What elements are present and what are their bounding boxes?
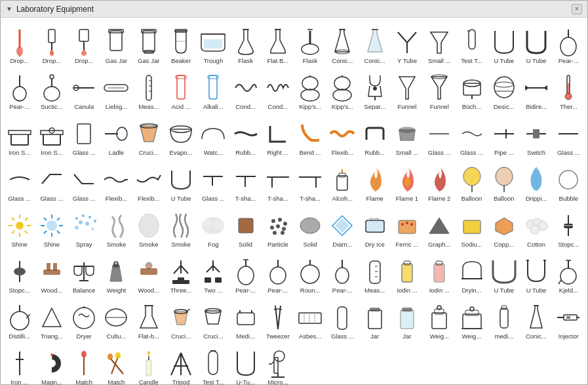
equipment-item-drying[interactable]: Dryin... [456, 250, 488, 296]
equipment-item-conic2[interactable]: Conic... [520, 296, 552, 342]
equipment-item-glassrod4[interactable]: Glass ... [68, 158, 100, 204]
equipment-item-flame1[interactable]: Flame [359, 158, 391, 204]
equipment-item-iodin1[interactable]: Iodin ... [391, 250, 423, 296]
equipment-item-flexib2[interactable]: Flexib... [100, 158, 132, 204]
equipment-item-kipps1[interactable]: Kipp's... [294, 66, 326, 112]
equipment-item-fog[interactable]: Fog [197, 204, 229, 250]
equipment-item-utube5[interactable]: U Tube [520, 250, 552, 296]
equipment-item-glasss[interactable]: Glass ... [326, 296, 359, 342]
equipment-item-flame3[interactable]: Flame 2 [423, 158, 456, 204]
equipment-item-balance[interactable]: Balance [68, 250, 100, 296]
equipment-item-stopcock1[interactable]: Stopc... [553, 204, 585, 250]
equipment-item-pipe[interactable]: Pipe ... [488, 112, 520, 158]
equipment-item-stopcock2[interactable]: Stopc... [3, 250, 35, 296]
equipment-item-acid[interactable]: Acid ... [165, 66, 197, 112]
equipment-item-alcohol[interactable]: Alcoh... [326, 158, 359, 204]
equipment-item-wood2[interactable]: Wood... [132, 250, 165, 296]
equipment-item-desiccator[interactable]: Desic... [488, 66, 520, 112]
equipment-item-tweezer[interactable]: Tweezer [262, 296, 294, 342]
equipment-item-ytube[interactable]: Y Tube [391, 20, 423, 66]
equipment-item-shine2[interactable]: Shine [35, 204, 68, 250]
equipment-item-balloon1[interactable]: Balloon [456, 158, 488, 204]
equipment-item-spray[interactable]: Spray [68, 204, 100, 250]
equipment-item-cotton[interactable]: Cotton [520, 204, 552, 250]
equipment-item-flexib3[interactable]: Flexib... [132, 158, 165, 204]
close-button[interactable]: × [572, 4, 582, 14]
equipment-item-match2[interactable]: Match [100, 342, 132, 384]
equipment-item-weig1[interactable]: Weig... [423, 296, 456, 342]
equipment-item-three[interactable]: Three... [165, 250, 197, 296]
equipment-item-rightangle[interactable]: Right ... [262, 112, 294, 158]
equipment-item-utube4[interactable]: U Tube [488, 250, 520, 296]
equipment-item-copper[interactable]: Copp... [488, 204, 520, 250]
equipment-item-dripping[interactable]: Drippi... [520, 158, 552, 204]
equipment-item-buchner[interactable]: Büch... [456, 66, 488, 112]
equipment-item-trough[interactable]: Trough [197, 20, 229, 66]
collapse-arrow[interactable]: ▼ [6, 5, 12, 12]
equipment-item-tshape1[interactable]: T-sha... [229, 158, 262, 204]
equipment-item-rubber2[interactable]: Rubb... [359, 112, 391, 158]
equipment-item-watchglass[interactable]: Watc... [197, 112, 229, 158]
equipment-item-glassrod2[interactable]: Glass ... [3, 158, 35, 204]
equipment-item-match1[interactable]: Match [68, 342, 100, 384]
equipment-item-weight[interactable]: Weight [100, 250, 132, 296]
equipment-item-medi2[interactable]: medi... [488, 296, 520, 342]
equipment-item-glass2[interactable]: Glass ... [423, 112, 456, 158]
equipment-item-funnel1[interactable]: Funnel [391, 66, 423, 112]
equipment-item-kipps2[interactable]: Kipp's... [326, 66, 359, 112]
equipment-item-switch[interactable]: Switch [520, 112, 552, 158]
equipment-item-asbestos[interactable]: Asbes... [294, 296, 326, 342]
equipment-item-two[interactable]: Two ... [197, 250, 229, 296]
equipment-item-beaker[interactable]: Beaker [165, 20, 197, 66]
equipment-item-meas2[interactable]: Meas... [359, 250, 391, 296]
equipment-item-glassrod3[interactable]: Glass ... [35, 158, 68, 204]
equipment-item-smoke2[interactable]: Smoke [132, 204, 165, 250]
equipment-item-pear1[interactable]: Pear-... [553, 20, 585, 66]
equipment-item-tshape2[interactable]: T-sha... [262, 158, 294, 204]
equipment-item-dryice[interactable]: Dry Ice [359, 204, 391, 250]
equipment-item-pear5[interactable]: Pear-... [326, 250, 359, 296]
equipment-item-glass1[interactable]: Glass ... [68, 112, 100, 158]
equipment-item-bidirectional[interactable]: Bidire... [520, 66, 552, 112]
equipment-item-smoke1[interactable]: Smoke [100, 204, 132, 250]
equipment-item-culture[interactable]: Cultu... [100, 296, 132, 342]
equipment-item-utube3[interactable]: U Tube [165, 158, 197, 204]
equipment-item-diamond[interactable]: Diam... [326, 204, 359, 250]
equipment-item-wood1[interactable]: Wood... [35, 250, 68, 296]
equipment-item-jar2[interactable]: Jar [391, 296, 423, 342]
equipment-item-ferric[interactable]: Ferric ... [391, 204, 423, 250]
equipment-item-glasst[interactable]: Glass ... [197, 158, 229, 204]
equipment-item-round[interactable]: Roun... [294, 250, 326, 296]
equipment-item-testtube[interactable]: Test T... [456, 20, 488, 66]
equipment-item-smallfunnel[interactable]: Small ... [423, 20, 456, 66]
equipment-item-cruci3[interactable]: Cruci... [197, 296, 229, 342]
equipment-item-gasjar2[interactable]: Gas Jar [132, 20, 165, 66]
equipment-item-iodin2[interactable]: Iodin ... [423, 250, 456, 296]
equipment-item-conical1[interactable]: Conic... [326, 20, 359, 66]
equipment-item-dropper3[interactable]: Drop... [68, 20, 100, 66]
equipment-item-flame2[interactable]: Flame 1 [391, 158, 423, 204]
equipment-item-measuring[interactable]: Meas... [132, 66, 165, 112]
equipment-item-dryer[interactable]: Dryer [68, 296, 100, 342]
equipment-item-evaporating[interactable]: Evapo... [165, 112, 197, 158]
equipment-item-tripod[interactable]: Tripod [165, 342, 197, 384]
equipment-item-dropper2[interactable]: Drop... [35, 20, 68, 66]
equipment-item-bubble[interactable]: Bubble [553, 158, 585, 204]
equipment-item-kjeld[interactable]: Kjeld... [553, 250, 585, 296]
equipment-item-solid2[interactable]: Solid [294, 204, 326, 250]
equipment-item-irons2[interactable]: Iron S... [35, 112, 68, 158]
equipment-item-flexib1[interactable]: Flexib... [326, 112, 359, 158]
equipment-item-crucible[interactable]: Cruci... [132, 112, 165, 158]
equipment-item-flask1[interactable]: Flask [229, 20, 262, 66]
equipment-item-canula[interactable]: Canula [68, 66, 100, 112]
equipment-item-particle[interactable]: Particle [262, 204, 294, 250]
equipment-item-separating[interactable]: Separ... [359, 66, 391, 112]
equipment-item-smoke3[interactable]: Smoke [165, 204, 197, 250]
equipment-item-ladle[interactable]: Ladle [100, 112, 132, 158]
equipment-item-glass3[interactable]: Glass ... [456, 112, 488, 158]
equipment-item-smallmortar[interactable]: Small ... [391, 112, 423, 158]
equipment-item-medi[interactable]: Medi... [229, 296, 262, 342]
equipment-item-funnel2[interactable]: Funnel [423, 66, 456, 112]
equipment-item-gasjar1[interactable]: Gas Jar [100, 20, 132, 66]
equipment-item-flatb[interactable]: Flat-b... [132, 296, 165, 342]
